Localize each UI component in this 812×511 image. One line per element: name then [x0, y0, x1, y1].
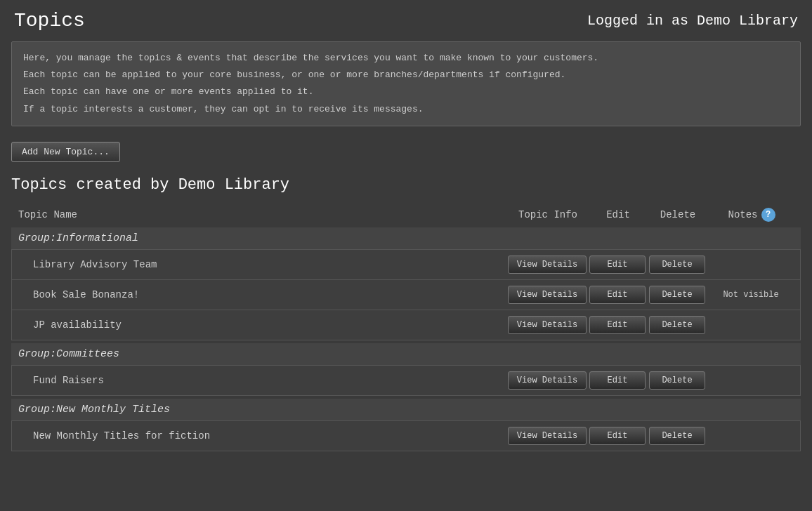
edit-button[interactable]: Edit: [589, 371, 646, 390]
delete-cell: Delete: [646, 286, 709, 304]
notes-cell: Not visible: [709, 290, 793, 300]
delete-cell: Delete: [646, 316, 709, 334]
edit-cell: Edit: [589, 255, 646, 274]
col-header-edit: Edit: [590, 209, 646, 220]
edit-button[interactable]: Edit: [589, 286, 646, 304]
page-header: Topics Logged in as Demo Library: [0, 0, 812, 41]
info-box: Here, you manage the topics & events tha…: [11, 41, 801, 126]
view-details-button[interactable]: View Details: [508, 316, 587, 334]
add-topic-area: Add New Topic...: [0, 138, 812, 173]
section-title: Topics created by Demo Library: [0, 173, 812, 202]
view-details-button[interactable]: View Details: [508, 371, 587, 390]
delete-button[interactable]: Delete: [649, 286, 705, 304]
topic-info-cell: View Details: [505, 286, 589, 304]
info-line-2: Each topic can be applied to your core b…: [23, 69, 789, 81]
edit-cell: Edit: [589, 427, 646, 445]
page-title: Topics: [14, 10, 85, 32]
delete-cell: Delete: [646, 255, 709, 274]
delete-button[interactable]: Delete: [649, 255, 705, 274]
topics-table: Topic Name Topic Info Edit Delete Notes …: [0, 202, 812, 451]
group-committees-rows: Fund Raisers View Details Edit Delete: [11, 365, 801, 396]
topic-name: New Monthly Titles for fiction: [19, 430, 505, 442]
table-row: New Monthly Titles for fiction View Deta…: [12, 421, 800, 451]
group-new-monthly-titles: Group:New Monthly Titles New Monthly Tit…: [11, 399, 801, 451]
group-committees: Group:Committees Fund Raisers View Detai…: [11, 343, 801, 396]
topic-name: Fund Raisers: [19, 375, 505, 386]
edit-cell: Edit: [589, 316, 646, 334]
group-header-committees: Group:Committees: [11, 343, 801, 365]
group-header-informational: Group:Informational: [11, 227, 801, 249]
add-new-topic-button[interactable]: Add New Topic...: [11, 142, 120, 162]
notes-help-icon[interactable]: ?: [761, 208, 775, 222]
delete-button[interactable]: Delete: [649, 371, 705, 390]
view-details-button[interactable]: View Details: [508, 286, 587, 304]
edit-cell: Edit: [589, 371, 646, 390]
table-row: Book Sale Bonanza! View Details Edit Del…: [12, 280, 800, 310]
table-row: Fund Raisers View Details Edit Delete: [12, 366, 800, 395]
table-row: JP availability View Details Edit Delete: [12, 310, 800, 340]
topic-info-cell: View Details: [505, 255, 589, 274]
topic-name: Library Advisory Team: [19, 259, 505, 270]
delete-cell: Delete: [646, 371, 709, 390]
col-header-delete: Delete: [646, 209, 709, 220]
edit-button[interactable]: Edit: [589, 255, 646, 274]
topic-name: JP availability: [19, 319, 505, 331]
topic-info-cell: View Details: [505, 371, 589, 390]
logged-in-label: Logged in as Demo Library: [587, 13, 798, 29]
info-line-4: If a topic interests a customer, they ca…: [23, 103, 789, 116]
view-details-button[interactable]: View Details: [508, 255, 587, 274]
col-header-topic-name: Topic Name: [18, 209, 506, 220]
group-informational: Group:Informational Library Advisory Tea…: [11, 227, 801, 340]
table-row: Library Advisory Team View Details Edit …: [12, 250, 800, 280]
view-details-button[interactable]: View Details: [508, 427, 587, 445]
group-new-monthly-titles-rows: New Monthly Titles for fiction View Deta…: [11, 420, 801, 451]
col-header-topic-info: Topic Info: [506, 209, 590, 220]
group-header-new-monthly-titles: Group:New Monthly Titles: [11, 399, 801, 420]
delete-button[interactable]: Delete: [649, 427, 705, 445]
topic-name: Book Sale Bonanza!: [19, 289, 505, 300]
info-line-1: Here, you manage the topics & events tha…: [23, 52, 789, 65]
group-informational-rows: Library Advisory Team View Details Edit …: [11, 249, 801, 340]
edit-button[interactable]: Edit: [589, 427, 646, 445]
col-header-notes: Notes ?: [709, 208, 794, 222]
table-header-row: Topic Name Topic Info Edit Delete Notes …: [11, 202, 801, 227]
info-line-3: Each topic can have one or more events a…: [23, 86, 789, 98]
topic-info-cell: View Details: [505, 427, 589, 445]
edit-button[interactable]: Edit: [589, 316, 646, 334]
delete-cell: Delete: [646, 427, 709, 445]
delete-button[interactable]: Delete: [649, 316, 705, 334]
topic-info-cell: View Details: [505, 316, 589, 334]
edit-cell: Edit: [589, 286, 646, 304]
